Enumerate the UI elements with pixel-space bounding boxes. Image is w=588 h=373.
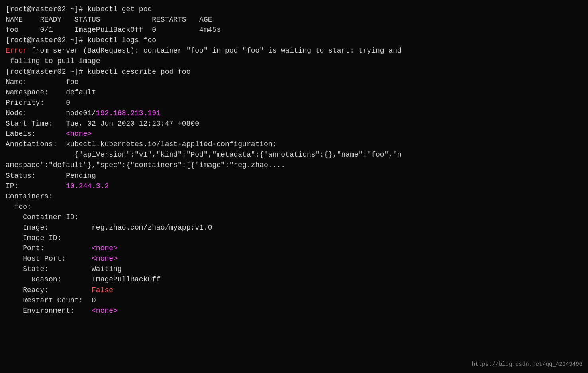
terminal-line: amespace":"default"},"spec":{"containers… [6,160,582,170]
terminal-segment: Reason: ImagePullBackOff [6,275,161,283]
terminal-segment: State: Waiting [6,265,122,273]
terminal-segment: Containers: [6,192,53,200]
terminal-line: Reason: ImagePullBackOff [6,274,582,285]
terminal-line: Node: node01/192.168.213.191 [6,108,582,118]
terminal-segment: from server (BadRequest): container "foo… [27,47,402,55]
terminal-line: Error from server (BadRequest): containe… [6,45,582,56]
terminal-segment: Host Port: [6,255,92,263]
terminal-line: Host Port: <none> [6,253,582,264]
terminal-segment: amespace":"default"},"spec":{"containers… [6,161,285,169]
terminal-line: [root@master02 ~]# kubectl describe pod … [6,67,582,77]
terminal-line: Container ID: [6,212,582,222]
terminal-line: [root@master02 ~]# kubectl logs foo [6,35,582,45]
terminal-segment: foo: [6,203,31,211]
terminal-line: foo 0/1 ImagePullBackOff 0 4m45s [6,25,582,35]
terminal-segment: Status: Pending [6,172,96,180]
terminal-line: foo: [6,202,582,212]
terminal-line: Port: <none> [6,243,582,253]
terminal-line: Ready: False [6,285,582,295]
terminal-segment: {"apiVersion":"v1","kind":"Pod","metadat… [6,151,402,159]
terminal-segment: IP: [6,182,66,190]
terminal-segment: Port: [6,244,92,252]
terminal-segment: failing to pull image [6,57,100,65]
terminal-line: IP: 10.244.3.2 [6,181,582,191]
terminal-line: Environment: <none> [6,306,582,316]
terminal-line: [root@master02 ~]# kubectl get pod [6,4,582,14]
terminal-line: Labels: <none> [6,129,582,139]
watermark: https://blog.csdn.net/qq_42049496 [472,360,582,368]
terminal-segment: Image ID: [6,234,61,242]
terminal-line: {"apiVersion":"v1","kind":"Pod","metadat… [6,149,582,160]
terminal-segment: Container ID: [6,213,79,221]
terminal-segment: Priority: 0 [6,99,70,107]
terminal-segment: [root@master02 ~]# kubectl describe pod … [6,68,190,76]
terminal-segment: Ready: [6,286,92,294]
terminal-segment: Name: foo [6,78,79,86]
terminal-segment: False [92,286,113,294]
terminal-segment: Node: node01/ [6,109,96,117]
terminal-segment: [root@master02 ~]# kubectl logs foo [6,36,156,44]
terminal-segment: Restart Count: 0 [6,296,96,304]
terminal-segment: Image: reg.zhao.com/zhao/myapp:v1.0 [6,224,212,232]
terminal-segment: <none> [92,244,118,252]
terminal-segment: NAME READY STATUS RESTARTS AGE [6,16,212,24]
terminal-line: Image ID: [6,233,582,243]
terminal-line: failing to pull image [6,56,582,66]
terminal-segment: 192.168.213.191 [96,109,161,117]
terminal-segment: Error [6,47,27,55]
terminal-segment: <none> [92,307,118,315]
terminal-segment: Environment: [6,307,92,315]
terminal-line: Start Time: Tue, 02 Jun 2020 12:23:47 +0… [6,118,582,129]
terminal-line: Status: Pending [6,171,582,181]
terminal-line: Restart Count: 0 [6,295,582,306]
terminal: [root@master02 ~]# kubectl get podNAME R… [6,4,582,316]
terminal-line: Priority: 0 [6,98,582,108]
terminal-line: NAME READY STATUS RESTARTS AGE [6,14,582,25]
terminal-segment: Annotations: kubectl.kubernetes.io/last-… [6,140,277,148]
terminal-segment: <none> [66,130,92,138]
terminal-segment: 10.244.3.2 [66,182,109,190]
terminal-line: Image: reg.zhao.com/zhao/myapp:v1.0 [6,222,582,233]
terminal-segment: Start Time: Tue, 02 Jun 2020 12:23:47 +0… [6,120,199,128]
terminal-line: Namespace: default [6,87,582,98]
terminal-segment: <none> [92,255,118,263]
terminal-segment: foo 0/1 ImagePullBackOff 0 4m45s [6,26,221,34]
terminal-line: Name: foo [6,77,582,87]
terminal-line: State: Waiting [6,264,582,274]
terminal-segment: Labels: [6,130,66,138]
terminal-segment: [root@master02 ~]# kubectl get pod [6,5,152,13]
terminal-segment: Namespace: default [6,88,96,96]
terminal-line: Containers: [6,191,582,202]
terminal-line: Annotations: kubectl.kubernetes.io/last-… [6,139,582,149]
